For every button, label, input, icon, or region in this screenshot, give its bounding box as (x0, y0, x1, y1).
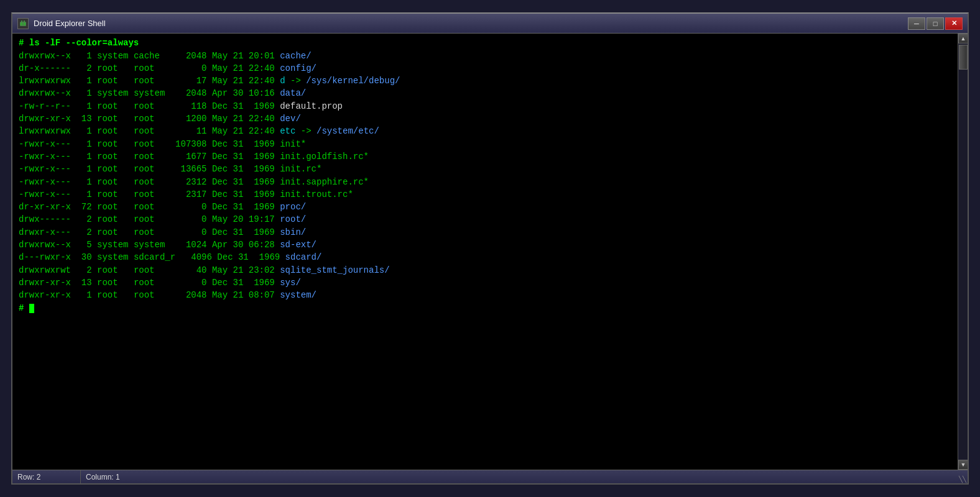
cursor (29, 304, 34, 313)
scroll-down-button[interactable]: ▼ (958, 460, 968, 470)
list-item: dr-x------ 2 root root 0 May 21 22:40 co… (19, 62, 951, 75)
scroll-track[interactable] (958, 43, 968, 460)
scroll-thumb[interactable] (959, 45, 968, 70)
list-item: lrwxrwxrwx 1 root root 17 May 21 22:40 d… (19, 75, 951, 87)
list-item: drwxrwx--x 1 system system 2048 Apr 30 1… (19, 87, 951, 99)
app-icon (17, 18, 29, 29)
status-col: Column: 1 (81, 473, 959, 481)
list-item: drwxr-x--- 2 root root 0 Dec 31 1969 sbi… (19, 226, 951, 239)
svg-point-4 (24, 23, 25, 24)
list-item: drwxr-xr-x 13 root root 0 Dec 31 1969 sy… (19, 276, 951, 289)
main-area: # ls -lF --color=alwaysdrwxrwx--x 1 syst… (12, 34, 968, 470)
window-title: Droid Explorer Shell (34, 19, 908, 28)
titlebar: Droid Explorer Shell ─ □ ✕ (12, 14, 968, 34)
svg-point-3 (21, 23, 22, 24)
list-item: -rwxr-x--- 1 root root 13665 Dec 31 1969… (19, 163, 951, 175)
svg-rect-2 (24, 21, 25, 22)
terminal-output[interactable]: # ls -lF --color=alwaysdrwxrwx--x 1 syst… (12, 34, 958, 470)
status-row: Row: 2 (12, 470, 81, 483)
minimize-button[interactable]: ─ (908, 17, 925, 30)
list-item: -rwxr-x--- 1 root root 1677 Dec 31 1969 … (19, 150, 951, 163)
scrollbar: ▲ ▼ (958, 34, 968, 470)
scroll-up-button[interactable]: ▲ (958, 34, 968, 43)
prompt-line: # (19, 302, 951, 314)
list-item: drwxr-xr-x 13 root root 1200 May 21 22:4… (19, 112, 951, 125)
close-button[interactable]: ✕ (945, 17, 963, 30)
list-item: drwxr-xr-x 1 root root 2048 May 21 08:07… (19, 289, 951, 301)
list-item: drwxrwx--x 1 system cache 2048 May 21 20… (19, 50, 951, 62)
list-item: d---rwxr-x 30 system sdcard_r 4096 Dec 3… (19, 251, 951, 263)
main-window: Droid Explorer Shell ─ □ ✕ # ls -lF --co… (11, 12, 969, 485)
resize-icon: ╲╲ (959, 476, 966, 483)
list-item: lrwxrwxrwx 1 root root 11 May 21 22:40 e… (19, 125, 951, 137)
svg-rect-1 (21, 21, 22, 22)
list-item: drwxrwxrwt 2 root root 40 May 21 23:02 s… (19, 264, 951, 276)
list-item: drwx------ 2 root root 0 May 20 19:17 ro… (19, 213, 951, 226)
resize-handle[interactable]: ╲╲ (959, 470, 968, 484)
list-item: drwxrwx--x 5 system system 1024 Apr 30 0… (19, 239, 951, 251)
command-line: # ls -lF --color=always (19, 37, 951, 50)
window-controls: ─ □ ✕ (908, 17, 963, 30)
list-item: -rwxr-x--- 1 root root 2312 Dec 31 1969 … (19, 176, 951, 188)
list-item: -rwxr-x--- 1 root root 2317 Dec 31 1969 … (19, 188, 951, 201)
list-item: -rwxr-x--- 1 root root 107308 Dec 31 196… (19, 138, 951, 150)
maximize-button[interactable]: □ (927, 17, 944, 30)
statusbar: Row: 2 Column: 1 ╲╲ (12, 470, 968, 483)
list-item: dr-xr-xr-x 72 root root 0 Dec 31 1969 pr… (19, 201, 951, 213)
list-item: -rw-r--r-- 1 root root 118 Dec 31 1969 d… (19, 100, 951, 112)
svg-rect-0 (20, 22, 26, 26)
